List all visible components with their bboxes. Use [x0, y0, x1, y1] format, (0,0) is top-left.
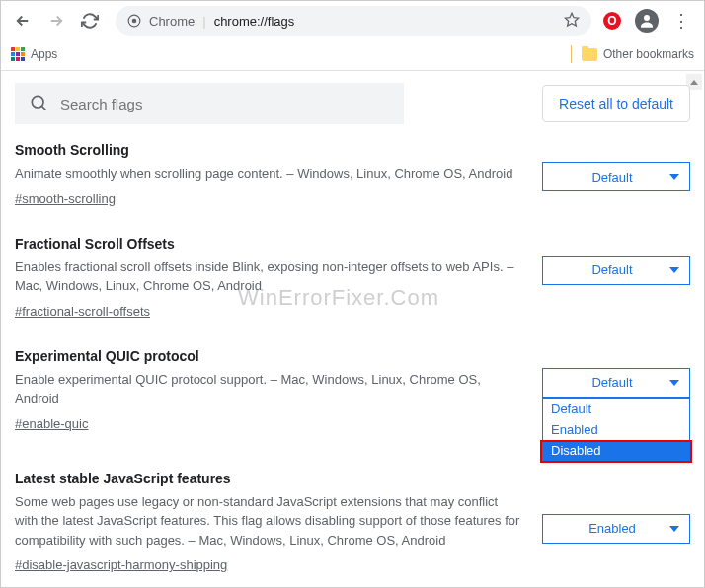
profile-button[interactable]	[635, 9, 659, 33]
reload-button[interactable]	[76, 7, 104, 35]
apps-label: Apps	[31, 47, 57, 61]
flag-description: Enables fractional scroll offsets inside…	[15, 257, 522, 296]
svg-marker-2	[565, 13, 578, 26]
search-box[interactable]	[15, 83, 404, 124]
flag-select-dropdown: Default Enabled Disabled	[542, 398, 690, 462]
apps-button[interactable]: Apps	[11, 47, 57, 61]
other-bookmarks-label: Other bookmarks	[603, 47, 694, 61]
apps-grid-icon	[11, 47, 25, 61]
flag-item: Smooth Scrolling Animate smoothly when s…	[15, 142, 690, 206]
menu-button[interactable]: ⋮	[672, 10, 690, 32]
flag-hash-link[interactable]: #disable-javascript-harmony-shipping	[15, 557, 227, 572]
flag-select[interactable]: Default	[542, 368, 690, 398]
addr-separator: |	[202, 14, 205, 29]
dropdown-option-enabled[interactable]: Enabled	[543, 419, 689, 440]
flag-hash-link[interactable]: #fractional-scroll-offsets	[15, 304, 150, 319]
forward-button[interactable]	[42, 7, 70, 35]
flag-title: Latest stable JavaScript features	[15, 471, 522, 486]
flag-title: Smooth Scrolling	[15, 142, 522, 158]
flag-hash-link[interactable]: #enable-quic	[15, 416, 88, 431]
site-info-icon	[127, 14, 141, 28]
flag-select-value: Default	[557, 170, 667, 184]
flag-description: Animate smoothly when scrolling page con…	[15, 164, 522, 184]
addr-scheme-label: Chrome	[149, 14, 195, 29]
back-button[interactable]	[9, 7, 37, 35]
bookmarks-bar: Apps Other bookmarks	[1, 40, 704, 70]
address-bar[interactable]: Chrome | chrome://flags	[116, 6, 591, 36]
svg-line-5	[41, 106, 45, 110]
flag-item: Experimental QUIC protocol Enable experi…	[15, 348, 690, 431]
flag-title: Fractional Scroll Offsets	[15, 236, 522, 252]
svg-point-3	[644, 15, 650, 21]
svg-point-4	[32, 96, 43, 108]
chevron-down-icon	[669, 267, 679, 273]
flag-item: Latest stable JavaScript features Some w…	[15, 471, 690, 573]
flag-hash-link[interactable]: #smooth-scrolling	[15, 191, 116, 206]
reset-all-button[interactable]: Reset all to default	[542, 85, 690, 122]
flag-select-value: Default	[557, 262, 667, 277]
folder-icon	[582, 48, 597, 61]
dropdown-option-default[interactable]: Default	[543, 399, 689, 419]
search-icon	[29, 93, 48, 115]
flag-item: Fractional Scroll Offsets Enables fracti…	[15, 236, 690, 319]
flag-select[interactable]: Default	[542, 162, 690, 191]
chevron-down-icon	[669, 380, 679, 386]
flag-select-value: Enabled	[557, 521, 667, 536]
flag-select-value: Default	[557, 375, 667, 390]
flag-title: Experimental QUIC protocol	[15, 348, 522, 364]
bookmarks-separator	[571, 45, 572, 63]
bookmark-star-icon[interactable]	[564, 12, 580, 31]
extension-icon[interactable]: O	[603, 12, 621, 30]
flags-page: Reset all to default Smooth Scrolling An…	[1, 71, 704, 588]
flag-select[interactable]: Enabled	[542, 514, 690, 544]
browser-toolbar: Chrome | chrome://flags O ⋮	[1, 1, 704, 40]
dropdown-option-disabled[interactable]: Disabled	[543, 440, 689, 461]
chevron-down-icon	[669, 174, 679, 180]
flag-description: Some web pages use legacy or non-standar…	[15, 492, 522, 551]
flag-select[interactable]: Default	[542, 256, 690, 285]
chevron-down-icon	[669, 526, 679, 532]
svg-point-1	[132, 19, 137, 24]
other-bookmarks-button[interactable]: Other bookmarks	[582, 47, 694, 61]
flag-description: Enable experimental QUIC protocol suppor…	[15, 370, 522, 408]
search-input[interactable]	[60, 96, 390, 112]
addr-url: chrome://flags	[214, 14, 295, 29]
